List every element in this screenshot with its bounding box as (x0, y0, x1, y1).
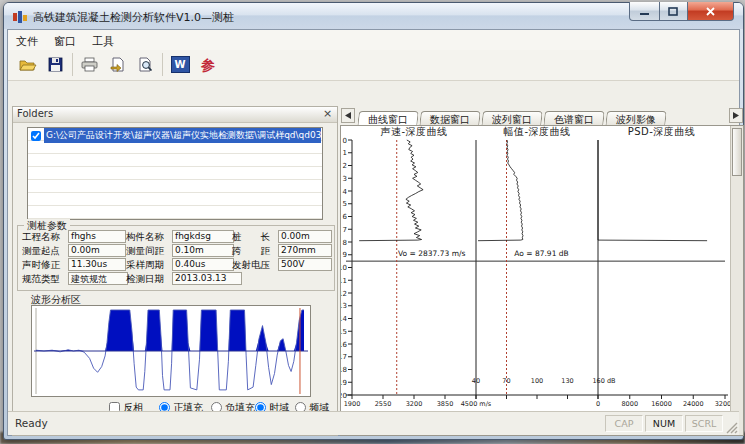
velocity-x-tick-label: 3850 (437, 400, 454, 408)
param-field-span-distance[interactable]: 270mm (278, 244, 332, 257)
psd-x-tick-label: 8000 (621, 400, 638, 408)
toolbar-separator (72, 53, 73, 76)
menu-window[interactable]: 窗口 (46, 31, 84, 49)
open-file-button[interactable] (16, 53, 40, 76)
scrollbar-thumb[interactable] (732, 128, 742, 176)
print-preview-button[interactable] (134, 53, 158, 76)
depth-tick-label: 14 (341, 315, 348, 323)
depth-tick-label: 11 (341, 277, 347, 285)
velocity-x-tick-label: 2550 (375, 400, 392, 408)
save-button[interactable] (44, 53, 68, 76)
print-button[interactable] (78, 53, 102, 76)
param-label-component-name: 构件名称 (126, 231, 164, 244)
param-field-component-name[interactable]: fhgkdsg (172, 230, 234, 243)
depth-charts-svg: 01234567891011121314151617181920声速-深度曲线1… (341, 126, 733, 434)
param-field-measure-start[interactable]: 0.00m (68, 244, 126, 257)
depth-tick-label: 18 (341, 366, 347, 374)
param-field-pile-length[interactable]: 0.00m (278, 230, 332, 243)
depth-tick-label: 8 (343, 239, 347, 247)
close-button[interactable] (687, 2, 734, 21)
param-field-measure-interval[interactable]: 0.10m (172, 244, 234, 257)
menu-file[interactable]: 文件 (8, 31, 46, 49)
param-label-project-name: 工程名称 (22, 231, 60, 244)
minimize-button[interactable] (629, 2, 660, 21)
depth-tick-label: 0 (343, 137, 347, 145)
tabbar: 曲线窗口数据窗口波列窗口色谱窗口波列影像 (340, 106, 744, 125)
depth-tick-label: 3 (343, 175, 347, 183)
psd-x-tick-label: 24000 (683, 400, 704, 408)
amplitude-x-tick-label: 130 (561, 377, 573, 385)
curve-window-panel: 曲线窗口数据窗口波列窗口色谱窗口波列影像 0123456789101112131… (340, 106, 744, 436)
amplitude-x-tick-label: 40 (472, 377, 480, 385)
param-label-span-distance: 跨 距 (232, 245, 270, 258)
param-field-project-name[interactable]: fhghs (68, 230, 126, 243)
folders-panel-header: Folders × (13, 107, 337, 123)
param-field-test-date[interactable]: 2013.03.13 (172, 272, 242, 285)
depth-tick-label: 10 (341, 264, 347, 272)
depth-tick-label: 19 (341, 379, 347, 387)
velocity-chart-title: 声速-深度曲线 (380, 126, 447, 137)
depth-tick-label: 5 (343, 200, 347, 208)
folder-list-item[interactable]: G:\公司产品设计开发\超声仪器\超声仪实地检测数据\调试样qd\qd03\qd… (29, 129, 321, 142)
folders-listbox[interactable]: G:\公司产品设计开发\超声仪器\超声仪实地检测数据\调试样qd\qd03\qd… (27, 127, 323, 220)
depth-charts-area[interactable]: 01234567891011121314151617181920声速-深度曲线1… (340, 125, 744, 436)
psd-curve (598, 140, 707, 241)
param-label-transmit-voltage: 发射电压 (232, 259, 270, 272)
depth-tick-label: 12 (341, 290, 347, 298)
velocity-annotation: Vo = 2837.73 m/s (398, 249, 465, 258)
parameters-button[interactable]: 参 (196, 53, 220, 76)
open-file-icon (19, 57, 37, 73)
statusbar: Ready CAPNUMSCRL (8, 411, 739, 435)
menubar: 文件窗口工具 (8, 30, 739, 51)
resize-grip[interactable] (725, 421, 738, 434)
window-body: 文件窗口工具 W参 Folders × G:\公司产品设计开发\超声仪器\超声仪… (7, 29, 740, 436)
toolbar-separator (162, 53, 163, 76)
depth-tick-label: 6 (343, 213, 348, 221)
depth-tick-label: 15 (341, 328, 347, 336)
param-field-spec-type[interactable]: 建筑规范 (68, 272, 128, 285)
status-indicators: CAPNUMSCRL (603, 415, 723, 432)
window-title: 高铁建筑混凝土检测分析软件V1.0—测桩 (33, 10, 234, 25)
depth-tick-label: 7 (343, 226, 347, 234)
velocity-x-tick-label: 3200 (406, 400, 423, 408)
param-field-sampling-period[interactable]: 0.40us (172, 258, 234, 271)
folder-item-path: G:\公司产品设计开发\超声仪器\超声仪实地检测数据\调试样qd\qd03\qd… (44, 128, 321, 143)
param-field-sound-time-correction[interactable]: 11.30us (68, 258, 126, 271)
maximize-button[interactable] (659, 2, 688, 21)
titlebar[interactable]: 高铁建筑混凝土检测分析软件V1.0—测桩 (4, 3, 743, 29)
waveform-plot[interactable] (31, 305, 311, 397)
status-cap-indicator: CAP (605, 415, 643, 432)
status-ready-text: Ready (15, 417, 48, 429)
export-report-icon (109, 57, 127, 73)
app-icon (13, 9, 28, 23)
depth-tick-label: 20 (341, 392, 347, 400)
velocity-x-tick-label: 1900 (344, 400, 361, 408)
folder-item-checkbox[interactable] (31, 131, 41, 141)
status-scrl-indicator: SCRL (685, 415, 723, 432)
tab-scroll-left-icon[interactable] (341, 108, 355, 123)
param-label-pile-length: 桩 长 (232, 231, 270, 244)
panel-close-icon[interactable]: × (321, 107, 334, 120)
amplitude-x-tick-label: 100 (531, 377, 543, 385)
word-export-button[interactable]: W (168, 53, 192, 76)
export-report-button[interactable] (106, 53, 130, 76)
menu-tools[interactable]: 工具 (84, 31, 122, 49)
screen: 高铁建筑混凝土检测分析软件V1.0—测桩 文件窗口工具 W参 (0, 0, 745, 444)
depth-tick-label: 2 (343, 162, 347, 170)
tabs-strip: 曲线窗口数据窗口波列窗口色谱窗口波列影像 (358, 108, 668, 125)
pile-params-groupbox: 测桩参数 工程名称fhghs构件名称fhgkdsg桩 长0.00m测量起点0.0… (17, 225, 335, 291)
folders-panel: Folders × G:\公司产品设计开发\超声仪器\超声仪实地检测数据\调试样… (12, 106, 338, 436)
depth-tick-label: 16 (341, 341, 348, 349)
param-label-measure-interval: 测量间距 (126, 245, 164, 258)
vertical-scrollbar[interactable] (730, 126, 743, 435)
tab-scroll-right-icon[interactable] (729, 108, 743, 123)
param-field-transmit-voltage[interactable]: 500V (278, 258, 332, 271)
amplitude-x-tick-label: 160 dB (592, 377, 615, 385)
param-label-test-date: 检测日期 (126, 273, 164, 286)
folders-panel-title: Folders (17, 108, 53, 119)
word-export-icon: W (171, 56, 190, 73)
param-label-sampling-period: 采样周期 (126, 259, 164, 272)
app-window: 高铁建筑混凝土检测分析软件V1.0—测桩 文件窗口工具 W参 (3, 2, 744, 440)
depth-tick-label: 4 (343, 188, 348, 196)
depth-tick-label: 1 (343, 149, 347, 157)
